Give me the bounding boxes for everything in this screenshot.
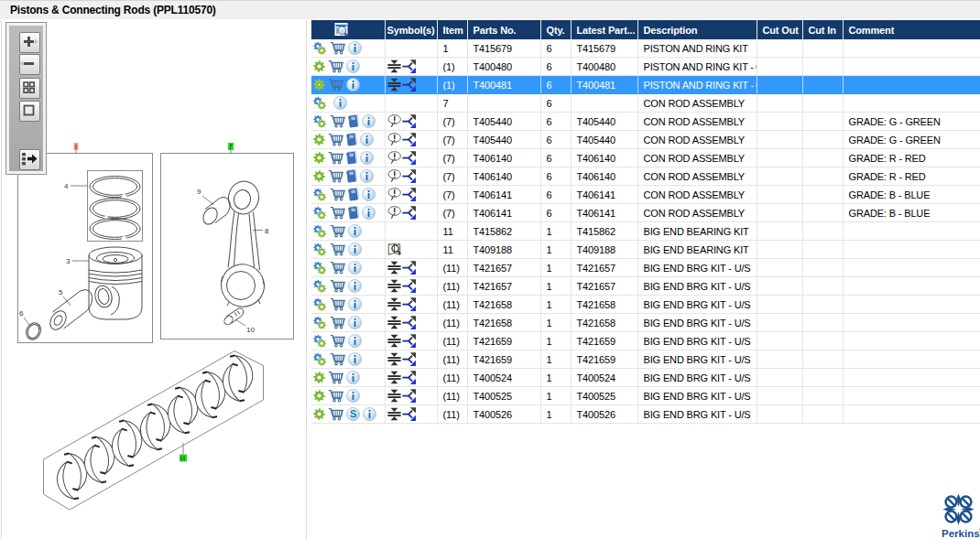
svg-text:8: 8	[265, 227, 269, 235]
svg-text:5: 5	[59, 288, 63, 296]
svg-text:4: 4	[64, 182, 69, 190]
svg-text:3: 3	[66, 257, 71, 265]
svg-text:9: 9	[197, 188, 201, 196]
svg-text:10: 10	[246, 326, 255, 334]
svg-text:Perkins: Perkins	[942, 528, 980, 539]
svg-text:6: 6	[19, 309, 24, 318]
